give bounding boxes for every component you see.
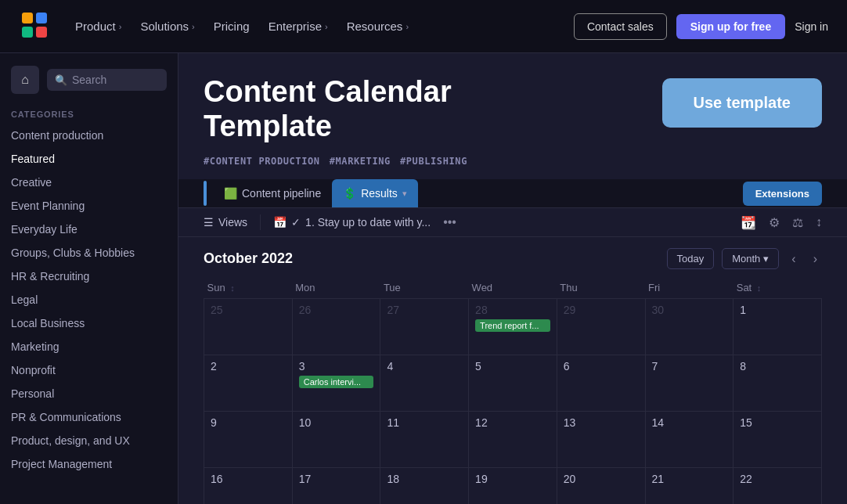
nav-solutions[interactable]: Solutions › bbox=[140, 20, 194, 33]
signup-button[interactable]: Sign up for free bbox=[676, 14, 785, 39]
calendar-day-cell[interactable]: 13 bbox=[557, 412, 645, 468]
nav-enterprise[interactable]: Enterprise › bbox=[269, 20, 328, 33]
calendar-day-cell[interactable]: 3Carlos intervi... bbox=[292, 355, 380, 412]
calendar-day-cell[interactable]: 8 bbox=[733, 355, 822, 412]
sidebar-top: ⌂ 🔍 bbox=[0, 53, 178, 103]
sidebar-item-project-management[interactable]: Project Management bbox=[0, 452, 178, 476]
sidebar-item-legal[interactable]: Legal bbox=[0, 288, 178, 311]
calendar-day-cell[interactable]: 12 bbox=[469, 412, 557, 468]
sidebar-item-event-planning[interactable]: Event Planning bbox=[0, 194, 178, 218]
sidebar-item-featured[interactable]: Featured bbox=[0, 147, 178, 171]
tag-publishing[interactable]: #PUBLISHING bbox=[400, 156, 467, 167]
day-number: 12 bbox=[475, 416, 550, 429]
calendar-event[interactable]: Carlos intervi... bbox=[299, 376, 374, 388]
extensions-button[interactable]: Extensions bbox=[743, 182, 822, 206]
calendar-day-cell[interactable]: 7 bbox=[645, 355, 733, 412]
nav-resources[interactable]: Resources › bbox=[347, 20, 409, 33]
chevron-down-icon: › bbox=[325, 22, 328, 31]
signin-button[interactable]: Sign in bbox=[795, 20, 828, 33]
sidebar-item-personal[interactable]: Personal bbox=[0, 382, 178, 405]
calendar-week-row: 23Carlos intervi...45678 bbox=[204, 355, 822, 412]
search-box[interactable]: 🔍 bbox=[47, 69, 167, 91]
calendar-icon[interactable]: 📆 bbox=[741, 215, 756, 230]
sidebar-item-local-business[interactable]: Local Business bbox=[0, 311, 178, 335]
day-number: 17 bbox=[299, 473, 374, 485]
sidebar-item-everyday-life[interactable]: Everyday Life bbox=[0, 218, 178, 241]
tag-marketing[interactable]: #MARKETING bbox=[330, 156, 391, 167]
sort-icon[interactable]: ↕ bbox=[816, 215, 822, 229]
tab-results[interactable]: 💲 Results ▾ bbox=[332, 179, 418, 207]
nav-pricing[interactable]: Pricing bbox=[214, 20, 250, 33]
tab-indicator bbox=[204, 181, 207, 206]
sidebar-item-pr[interactable]: PR & Communications bbox=[0, 405, 178, 429]
calendar-day-cell[interactable]: 5 bbox=[469, 355, 557, 412]
search-icon: 🔍 bbox=[55, 74, 67, 86]
template-title: Content Calendar Template bbox=[204, 75, 452, 143]
sidebar-item-groups[interactable]: Groups, Clubs & Hobbies bbox=[0, 241, 178, 265]
col-fri: Fri bbox=[645, 277, 733, 299]
calendar-day-cell[interactable]: 26 bbox=[292, 299, 380, 355]
sidebar-item-product-design[interactable]: Product, design, and UX bbox=[0, 429, 178, 452]
calendar-day-cell[interactable]: 19 bbox=[469, 468, 557, 504]
nav-product[interactable]: Product › bbox=[75, 20, 121, 33]
sidebar-item-hr[interactable]: HR & Recruiting bbox=[0, 265, 178, 288]
main-layout: ⌂ 🔍 CATEGORIES Content production Featur… bbox=[0, 53, 847, 504]
sidebar-item-marketing[interactable]: Marketing bbox=[0, 335, 178, 358]
month-button[interactable]: Month ▾ bbox=[722, 248, 779, 269]
home-button[interactable]: ⌂ bbox=[11, 66, 39, 94]
prev-month-button[interactable]: ‹ bbox=[787, 249, 800, 269]
calendar-day-cell[interactable]: 11 bbox=[380, 412, 469, 468]
calendar-header-row: Sun ↕ Mon Tue Wed Thu Fri Sat ↕ bbox=[204, 277, 822, 299]
calendar-day-cell[interactable]: 17 bbox=[292, 468, 380, 504]
calendar-day-cell[interactable]: 29 bbox=[557, 299, 645, 355]
calendar-day-cell[interactable]: 4 bbox=[380, 355, 469, 412]
day-number: 21 bbox=[652, 473, 727, 485]
settings-icon[interactable]: ⚙ bbox=[769, 215, 780, 230]
tag-content-production[interactable]: #CONTENT PRODUCTION bbox=[204, 156, 320, 167]
calendar-day-cell[interactable]: 25 bbox=[204, 299, 293, 355]
sidebar-item-creative[interactable]: Creative bbox=[0, 171, 178, 194]
day-number: 11 bbox=[387, 416, 462, 429]
contact-sales-button[interactable]: Contact sales bbox=[574, 13, 667, 40]
calendar-day-cell[interactable]: 9 bbox=[204, 412, 293, 468]
search-input[interactable] bbox=[72, 74, 159, 86]
calendar-day-cell[interactable]: 2 bbox=[204, 355, 293, 412]
calendar-day-cell[interactable]: 10 bbox=[292, 412, 380, 468]
day-number: 26 bbox=[299, 304, 374, 316]
sidebar-item-content-production[interactable]: Content production bbox=[0, 124, 178, 147]
views-button[interactable]: ☰ Views bbox=[204, 216, 247, 229]
content-header: Content Calendar Template Use template bbox=[178, 53, 847, 156]
day-number: 7 bbox=[652, 360, 727, 373]
calendar-day-cell[interactable]: 20 bbox=[557, 468, 645, 504]
calendar-day-cell[interactable]: 15 bbox=[733, 412, 822, 468]
calendar-day-cell[interactable]: 1 bbox=[733, 299, 822, 355]
calendar-day-cell[interactable]: 18 bbox=[380, 468, 469, 504]
calendar-event[interactable]: Trend report f... bbox=[475, 319, 550, 332]
calendar-day-cell[interactable]: 14 bbox=[645, 412, 733, 468]
pipeline-icon: 🟩 bbox=[224, 187, 237, 200]
toolbar-table-title: 📅 ✓ 1. Stay up to date with y... bbox=[273, 216, 431, 229]
more-options-icon[interactable]: ••• bbox=[443, 215, 456, 229]
day-number: 15 bbox=[740, 416, 815, 429]
tab-content-pipeline[interactable]: 🟩 Content pipeline bbox=[213, 179, 332, 207]
calendar-grid: Sun ↕ Mon Tue Wed Thu Fri Sat ↕ 25262728… bbox=[204, 277, 822, 504]
calendar-day-cell[interactable]: 22 bbox=[733, 468, 822, 504]
calendar-day-cell[interactable]: 30 bbox=[645, 299, 733, 355]
logo[interactable] bbox=[19, 9, 50, 44]
calendar-day-cell[interactable]: 21 bbox=[645, 468, 733, 504]
sidebar-item-nonprofit[interactable]: Nonprofit bbox=[0, 358, 178, 382]
today-button[interactable]: Today bbox=[667, 248, 715, 269]
calendar-day-cell[interactable]: 6 bbox=[557, 355, 645, 412]
calendar-day-cell[interactable]: 28Trend report f... bbox=[469, 299, 557, 355]
calendar-day-cell[interactable]: 27 bbox=[380, 299, 469, 355]
month-chevron-icon: ▾ bbox=[763, 253, 769, 265]
day-number: 19 bbox=[475, 473, 550, 485]
next-month-button[interactable]: › bbox=[809, 249, 822, 269]
svg-rect-1 bbox=[36, 13, 47, 23]
use-template-button[interactable]: Use template bbox=[662, 78, 823, 128]
calendar-day-cell[interactable]: 16 bbox=[204, 468, 293, 504]
chevron-down-icon: › bbox=[119, 22, 122, 31]
day-number: 25 bbox=[211, 304, 286, 316]
results-icon: 💲 bbox=[343, 187, 356, 200]
filter-icon[interactable]: ⚖ bbox=[792, 215, 803, 230]
